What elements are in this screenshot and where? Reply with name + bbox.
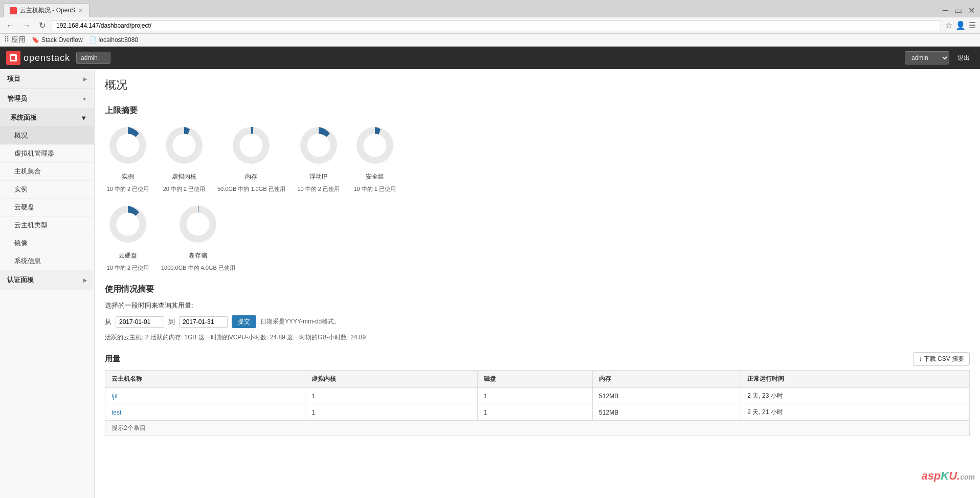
table-footer: 显示2个条目 xyxy=(105,421,970,436)
usage-title: 使用情况摘要 xyxy=(105,284,970,295)
chart-memory: 内存 50.0GB 中的 1.0GB 已使用 xyxy=(217,122,285,193)
browser-actions: ☆ 👤 ☰ xyxy=(945,20,976,30)
tab-bar: 云主机概况 - OpenS ✕ ─ ▭ ✕ xyxy=(0,0,980,17)
apps-icon[interactable]: ⠿ 应用 xyxy=(4,35,26,45)
address-bar[interactable] xyxy=(52,20,941,31)
sidebar-item-volumes-label: 云硬盘 xyxy=(14,203,34,211)
back-button[interactable]: ← xyxy=(4,20,16,31)
table-header-row: 云主机名称 虚拟内核 磁盘 内存 正常运行时间 xyxy=(105,371,970,388)
usage-table-header: 用量 ↓ 下载 CSV 摘要 xyxy=(105,352,970,366)
table-row: tjit 1 1 512MB 2 天, 23 小时 xyxy=(105,388,970,404)
date-hint: 日期采是YYYY-mm-dd格式。 xyxy=(260,317,340,326)
restore-button[interactable]: ▭ xyxy=(952,6,964,15)
cell-name-2: test xyxy=(105,404,305,421)
sidebar-item-flavors[interactable]: 云主机类型 xyxy=(0,216,94,234)
sidebar-item-hypervisors-label: 虚拟机管理器 xyxy=(14,149,54,157)
svg-point-7 xyxy=(240,134,263,157)
bookmark-star-icon[interactable]: ☆ xyxy=(945,20,952,30)
sidebar-section-admin-label: 管理员 xyxy=(7,94,27,103)
from-date-input[interactable] xyxy=(116,316,164,328)
content-area: 概况 上限摘要 xyxy=(95,69,980,498)
logout-button[interactable]: 退出 xyxy=(953,52,974,64)
usage-period-label: 选择的一段时间来查询其用量: xyxy=(105,301,193,310)
col-header-uptime: 正常运行时间 xyxy=(741,371,970,388)
sidebar-item-volumes[interactable]: 云硬盘 xyxy=(0,199,94,216)
usage-stats-text: 活跃的云主机: 2 活跃的内存: 1GB 这一时期的VCPU-小时数: 24.8… xyxy=(105,334,366,341)
forward-button[interactable]: → xyxy=(20,20,33,31)
sidebar-item-overview[interactable]: 概况 xyxy=(0,127,94,145)
instance-link-tjit[interactable]: tjit xyxy=(112,393,118,400)
topbar-left: openstack admin xyxy=(6,51,110,65)
bookmark-localhost[interactable]: 📄 localhost:8080 xyxy=(89,36,138,44)
bookmark-icon: 🔖 xyxy=(32,36,39,44)
usage-table-title: 用量 xyxy=(105,354,120,364)
svg-point-5 xyxy=(173,134,196,157)
user-menu[interactable]: admin xyxy=(905,51,949,64)
tab-close-btn[interactable]: ✕ xyxy=(78,7,83,14)
topbar-right: admin 退出 xyxy=(905,51,974,64)
chart-vcpu-sublabel: 20 中的 2 已使用 xyxy=(163,185,206,193)
sidebar-item-images[interactable]: 镜像 xyxy=(0,234,94,252)
sidebar-sub-system[interactable]: 系统面板 ▼ xyxy=(0,109,94,127)
bookmark-stackoverflow[interactable]: 🔖 Stack Overflow xyxy=(32,36,83,44)
pie-security-group xyxy=(352,122,398,168)
chart-floating-ip-label: 浮动IP xyxy=(309,172,327,181)
sidebar-item-host-aggregate[interactable]: 主机集合 xyxy=(0,163,94,181)
table-row: test 1 1 512MB 2 天, 21 小时 xyxy=(105,404,970,421)
pie-vcpu xyxy=(161,122,207,168)
pie-instances xyxy=(105,122,151,168)
logo-icon xyxy=(6,51,20,65)
project-selector[interactable]: admin xyxy=(76,52,110,64)
download-csv-button[interactable]: ↓ 下载 CSV 摘要 xyxy=(913,352,970,366)
quota-section: 上限摘要 实例 10 xyxy=(105,105,970,272)
chart-instances: 实例 10 中的 2 已使用 xyxy=(105,122,151,193)
tab-title: 云主机概况 - OpenS xyxy=(20,6,75,15)
submit-button[interactable]: 提交 xyxy=(232,315,256,328)
chart-volume-storage: 卷存储 1000.0GB 中的 4.0GB 已使用 xyxy=(161,201,235,272)
browser-tab[interactable]: 云主机概况 - OpenS ✕ xyxy=(3,3,90,17)
sidebar-section-project[interactable]: 项目 ▶ xyxy=(0,69,94,89)
sidebar-item-overview-label: 概况 xyxy=(14,132,28,139)
chevron-right-icon-2: ▶ xyxy=(83,277,87,283)
instance-link-test[interactable]: test xyxy=(112,409,121,416)
sidebar: 项目 ▶ 管理员 ▼ 系统面板 ▼ 概况 虚拟机管理器 主机集合 实例 xyxy=(0,69,95,498)
sidebar-item-hypervisors[interactable]: 虚拟机管理器 xyxy=(0,145,94,163)
date-form: 选择的一段时间来查询其用量: xyxy=(105,301,970,310)
reload-button[interactable]: ↻ xyxy=(37,19,48,31)
to-date-input[interactable] xyxy=(179,316,228,328)
person-icon[interactable]: 👤 xyxy=(955,20,966,30)
charts-row-2: 云硬盘 10 中的 2 已使用 卷存 xyxy=(105,201,970,272)
chevron-right-icon: ▶ xyxy=(83,76,87,82)
pie-cloud-disk xyxy=(105,201,151,247)
page-title: 概况 xyxy=(105,77,970,97)
menu-icon[interactable]: ☰ xyxy=(969,20,976,30)
sidebar-item-sysinfo[interactable]: 系统信息 xyxy=(0,252,94,270)
sidebar-section-admin[interactable]: 管理员 ▼ xyxy=(0,89,94,109)
svg-point-9 xyxy=(307,134,330,157)
charts-row-1: 实例 10 中的 2 已使用 虚拟内 xyxy=(105,122,970,193)
cell-vcpu-2: 1 xyxy=(305,404,477,421)
minimize-button[interactable]: ─ xyxy=(941,6,950,15)
sidebar-section-auth-label: 认证面板 xyxy=(7,275,34,285)
sidebar-item-instances[interactable]: 实例 xyxy=(0,181,94,199)
close-button[interactable]: ✕ xyxy=(966,6,977,15)
chart-cloud-disk-sublabel: 10 中的 2 已使用 xyxy=(107,264,149,272)
col-header-vcpu: 虚拟内核 xyxy=(305,371,477,388)
table-body: tjit 1 1 512MB 2 天, 23 小时 test 1 1 512MB… xyxy=(105,388,970,421)
svg-rect-1 xyxy=(11,56,15,60)
sidebar-section-auth[interactable]: 认证面板 ▶ xyxy=(0,270,94,290)
pie-floating-ip xyxy=(296,122,342,168)
sidebar-item-host-aggregate-label: 主机集合 xyxy=(14,167,41,175)
app: openstack admin admin 退出 项目 ▶ 管理员 ▼ xyxy=(0,47,980,498)
date-range-form: 从 到 提交 日期采是YYYY-mm-dd格式。 xyxy=(105,315,970,328)
cell-vcpu-1: 1 xyxy=(305,388,477,404)
chart-memory-sublabel: 50.0GB 中的 1.0GB 已使用 xyxy=(217,185,285,193)
chart-memory-label: 内存 xyxy=(245,172,257,181)
logo-text: openstack xyxy=(24,53,70,63)
usage-table: 云主机名称 虚拟内核 磁盘 内存 正常运行时间 tjit 1 1 512MB xyxy=(105,370,970,421)
chart-instances-sublabel: 10 中的 2 已使用 xyxy=(107,185,149,193)
browser-chrome: 云主机概况 - OpenS ✕ ─ ▭ ✕ ← → ↻ ☆ 👤 ☰ ⠿ 应用 🔖… xyxy=(0,0,980,47)
cell-memory-1: 512MB xyxy=(593,388,741,404)
logo-area: openstack xyxy=(6,51,70,65)
chart-cloud-disk-label: 云硬盘 xyxy=(119,251,137,260)
